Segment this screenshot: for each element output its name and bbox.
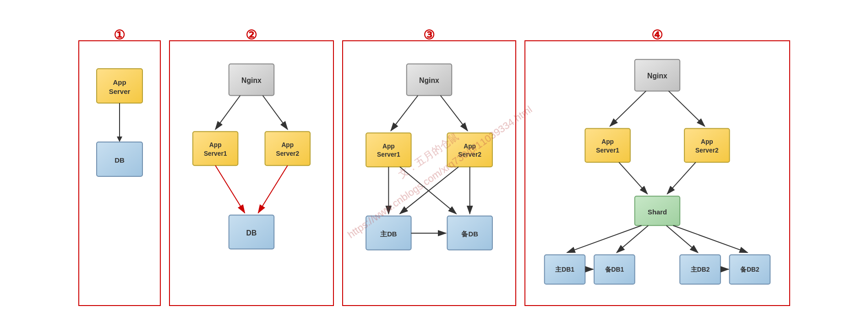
svg-line-19 [215, 165, 245, 213]
svg-text:App: App [464, 143, 476, 150]
svg-text:备DB: 备DB [461, 230, 478, 238]
svg-text:Server: Server [109, 87, 130, 95]
svg-text:Server1: Server1 [596, 147, 619, 154]
svg-rect-13 [192, 131, 238, 165]
svg-text:Server2: Server2 [458, 152, 481, 159]
svg-text:App: App [281, 142, 294, 148]
svg-text:Server1: Server1 [377, 152, 400, 159]
svg-text:主DB1: 主DB1 [555, 266, 574, 273]
diagram-container: ① App Server DB [78, 22, 790, 306]
svg-text:App: App [700, 138, 713, 145]
svg-line-47 [668, 91, 704, 126]
svg-marker-4 [117, 137, 122, 142]
diagram1-box: App Server DB [78, 40, 161, 306]
diagram2-box: Nginx App Server1 App Server2 DB [169, 40, 334, 306]
svg-text:App: App [601, 138, 614, 145]
svg-line-54 [619, 162, 647, 194]
svg-rect-16 [265, 131, 310, 165]
svg-line-11 [215, 96, 240, 130]
svg-line-26 [391, 96, 418, 131]
svg-text:DB: DB [115, 156, 125, 164]
diagram4-box: Nginx App Server1 App Server2 Shard [524, 40, 790, 306]
svg-text:Nginx: Nginx [419, 77, 439, 84]
svg-rect-51 [684, 128, 730, 162]
svg-text:Nginx: Nginx [241, 77, 262, 84]
svg-line-59 [617, 225, 648, 252]
svg-rect-28 [366, 133, 411, 167]
diagram4-svg: Nginx App Server1 App Server2 Shard [534, 50, 781, 294]
diagram1-svg: App Server DB [86, 50, 153, 289]
svg-line-55 [667, 162, 695, 194]
svg-text:备DB1: 备DB1 [605, 266, 624, 273]
svg-line-61 [673, 225, 748, 252]
svg-rect-31 [447, 133, 492, 167]
svg-text:App: App [113, 78, 126, 86]
svg-text:DB: DB [246, 229, 257, 237]
svg-line-58 [567, 225, 641, 252]
svg-text:Nginx: Nginx [647, 72, 667, 80]
svg-text:App: App [209, 142, 221, 148]
svg-text:App: App [382, 143, 394, 150]
svg-rect-48 [585, 128, 630, 162]
svg-line-60 [666, 225, 698, 252]
svg-text:Server1: Server1 [203, 150, 227, 157]
diagram3-box: Nginx App Server1 App Server2 [342, 40, 516, 306]
diagram3-svg: Nginx App Server1 App Server2 [351, 50, 507, 294]
svg-line-27 [440, 96, 467, 131]
svg-line-46 [610, 91, 646, 126]
svg-line-20 [258, 165, 287, 213]
svg-text:Server2: Server2 [276, 150, 299, 157]
svg-line-12 [262, 96, 287, 130]
svg-text:Server2: Server2 [695, 147, 719, 154]
diagram2-svg: Nginx App Server1 App Server2 DB [178, 50, 325, 294]
svg-text:主DB: 主DB [380, 230, 397, 238]
svg-text:Shard: Shard [648, 208, 667, 216]
svg-text:主DB2: 主DB2 [690, 266, 710, 273]
svg-text:备DB2: 备DB2 [740, 266, 759, 273]
